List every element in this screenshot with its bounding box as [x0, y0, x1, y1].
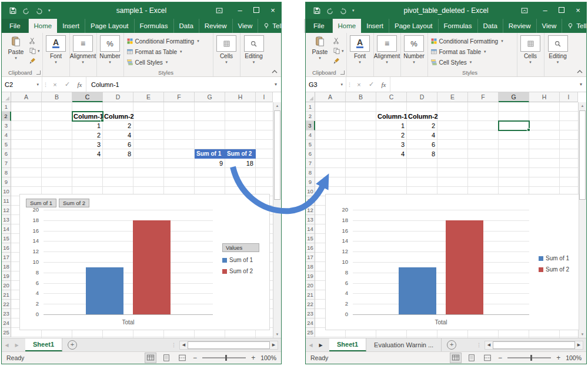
row-header-7[interactable]: 7 [2, 159, 11, 168]
cancel-icon[interactable]: × [49, 77, 61, 92]
row-header-8[interactable]: 8 [2, 168, 11, 177]
cell-D5[interactable]: 6 [407, 140, 437, 149]
menu-tab-review[interactable]: Review [503, 19, 537, 33]
column-header-g[interactable]: G [195, 92, 225, 102]
cut-icon[interactable] [333, 37, 340, 45]
close-button[interactable]: × [265, 2, 281, 19]
row-header-13[interactable]: 13 [306, 215, 315, 224]
menu-tab-formulas[interactable]: Formulas [439, 19, 478, 33]
new-sheet-button[interactable]: + [447, 340, 456, 350]
enter-check-icon[interactable]: ✓ [61, 77, 74, 92]
cell-D3[interactable]: 2 [407, 121, 437, 130]
cut-icon[interactable] [29, 37, 36, 45]
page-layout-view-icon[interactable] [466, 353, 477, 363]
row-header-20[interactable]: 20 [2, 281, 11, 290]
menu-tab-formulas[interactable]: Formulas [135, 19, 174, 33]
column-header-i[interactable]: I [256, 92, 273, 102]
normal-view-icon[interactable] [145, 353, 156, 363]
insert-function-icon[interactable]: fx [74, 77, 86, 92]
cell-G6[interactable]: Sum of 1 [195, 149, 225, 159]
formula-input[interactable]: Column-1 [86, 77, 270, 92]
row-header-3[interactable]: 3 [306, 121, 315, 130]
row-header-4[interactable]: 4 [306, 130, 315, 140]
row-header-2[interactable]: 2 [2, 112, 11, 121]
menu-tab-data[interactable]: Data [478, 19, 503, 33]
column-header-f[interactable]: F [468, 92, 499, 102]
vertical-scrollbar[interactable]: ▲ ▼ [273, 102, 281, 338]
scroll-right-icon[interactable]: ▶ [575, 343, 583, 347]
font-button[interactable]: A [350, 35, 370, 52]
column-header-a[interactable]: A [11, 92, 42, 102]
ribbon-display-options-icon[interactable] [215, 6, 223, 15]
row-header-24[interactable]: 24 [306, 318, 315, 328]
editing-button[interactable] [548, 35, 568, 52]
insert-function-icon[interactable]: fx [377, 77, 390, 92]
pivot-field-button-sum-of-1[interactable]: Sum of 1 [26, 199, 56, 207]
menu-tab-view[interactable]: View [537, 19, 563, 33]
formula-bar-expand-icon[interactable]: ▾ [270, 77, 281, 92]
cell-styles-button[interactable]: Cell Styles▾ [126, 57, 168, 68]
format-as-table-button[interactable]: Format as Table▾ [126, 46, 182, 57]
legend-item-sum-of-1[interactable]: Sum of 1 [539, 255, 569, 261]
horizontal-scroll-thumb[interactable] [493, 341, 575, 349]
row-header-1[interactable]: 1 [306, 102, 315, 112]
scroll-right-icon[interactable]: ▶ [270, 343, 278, 347]
save-icon[interactable] [313, 6, 321, 15]
menu-tab-home[interactable]: Home [333, 19, 362, 33]
format-painter-icon[interactable] [29, 57, 36, 65]
row-header-24[interactable]: 24 [2, 318, 11, 328]
namebox-splitter[interactable]: ⋮ [42, 77, 49, 92]
row-header-20[interactable]: 20 [306, 281, 315, 290]
zoom-out-button[interactable]: − [498, 354, 502, 362]
cell-D3[interactable]: 2 [103, 121, 133, 130]
column-header-b[interactable]: B [346, 92, 376, 102]
qat-customize-icon[interactable]: ▾ [352, 8, 355, 13]
minimize-button[interactable]: – [232, 2, 248, 19]
sheet-nav-prev-icon[interactable]: ◀ [2, 338, 12, 351]
tabbar-splitter[interactable]: ⋮ [476, 342, 482, 348]
cell-styles-button[interactable]: Cell Styles▾ [430, 57, 472, 68]
zoom-level[interactable]: 100% [566, 354, 582, 361]
page-break-view-icon[interactable] [482, 353, 493, 363]
zoom-slider-handle[interactable] [225, 355, 227, 361]
column-header-h[interactable]: H [225, 92, 256, 102]
name-box-dropdown-icon[interactable]: ▾ [36, 82, 39, 87]
sheet-nav-next-icon[interactable]: ▶ [12, 338, 22, 351]
menu-tab-file[interactable]: File [306, 19, 333, 33]
row-header-19[interactable]: 19 [2, 271, 11, 281]
format-as-table-button[interactable]: Format as Table▾ [430, 46, 486, 57]
formula-input[interactable] [390, 77, 576, 92]
sheet-nav-prev-icon[interactable]: ◀ [306, 338, 316, 351]
cell-D4[interactable]: 4 [103, 130, 133, 140]
maximize-button[interactable] [248, 2, 265, 19]
menu-tab-page-layout[interactable]: Page Layout [85, 19, 135, 33]
scroll-left-icon[interactable]: ◀ [485, 343, 493, 347]
row-header-11[interactable]: 11 [2, 196, 11, 206]
legend-item-sum-of-2[interactable]: Sum of 2 [222, 268, 259, 274]
cell-C3[interactable]: 1 [72, 121, 103, 130]
horizontal-scroll-thumb[interactable] [188, 341, 270, 349]
column-header-d[interactable]: D [103, 92, 133, 102]
row-header-14[interactable]: 14 [306, 224, 315, 234]
pivot-field-button-sum-of-2[interactable]: Sum of 2 [59, 199, 89, 207]
scroll-up-icon[interactable]: ▲ [579, 104, 586, 108]
legend-item-sum-of-1[interactable]: Sum of 1 [222, 257, 259, 263]
row-header-3[interactable]: 3 [2, 121, 11, 130]
pivot-bar-chart[interactable]: 02468101214161820TotalSum of 1Sum of 2 [325, 194, 579, 330]
cell-C6[interactable]: 4 [72, 149, 103, 159]
name-box-dropdown-icon[interactable]: ▾ [340, 82, 343, 87]
cell-C3[interactable]: 1 [376, 121, 407, 130]
cell-D4[interactable]: 4 [407, 130, 437, 140]
tabbar-splitter[interactable]: ⋮ [171, 342, 176, 348]
column-header-d[interactable]: D [407, 92, 437, 102]
cell-D2[interactable]: Column-2 [103, 112, 133, 121]
row-header-12[interactable]: 12 [2, 206, 11, 215]
scroll-down-icon[interactable]: ▼ [579, 333, 586, 336]
row-header-25[interactable]: 25 [2, 328, 11, 337]
legend-item-sum-of-2[interactable]: Sum of 2 [539, 266, 569, 273]
zoom-in-button[interactable]: + [251, 354, 255, 362]
copy-icon[interactable] [333, 47, 340, 55]
font-button[interactable]: A [46, 35, 66, 52]
menu-tab-data[interactable]: Data [174, 19, 199, 33]
row-header-21[interactable]: 21 [306, 290, 315, 300]
